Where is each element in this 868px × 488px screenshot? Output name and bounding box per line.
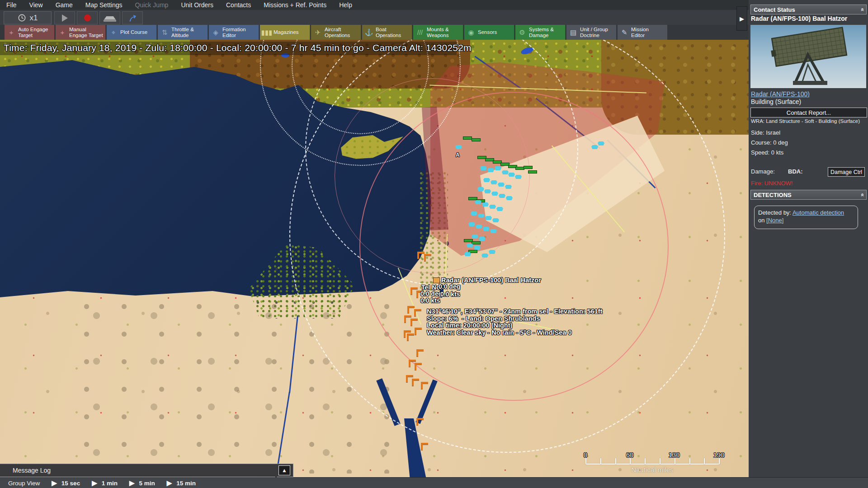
contact-ship-icon[interactable] [505,185,512,189]
detections-collapse-chevron-icon[interactable]: » [859,193,865,196]
toolbar-auto-engage-target[interactable]: +Auto EngageTarget [5,25,55,40]
contact-ship-icon[interactable] [481,253,488,258]
friendly-ground-unit-icon[interactable] [416,349,424,357]
facility-unit-icon[interactable] [528,170,537,174]
friendly-ground-unit-icon[interactable] [407,333,414,341]
menu-item-file[interactable]: File [0,1,23,9]
detection-method-link[interactable]: Automatic detection [793,209,844,216]
record-button[interactable] [77,11,98,24]
contact-ship-icon[interactable] [496,207,503,211]
contact-ship-icon[interactable] [489,205,496,209]
contact-status-header[interactable]: Contact Status » [750,5,867,14]
contact-ship-icon[interactable] [472,235,478,239]
toolbar-formation-editor[interactable]: ◈FormationEditor [209,25,259,40]
contact-ship-icon[interactable] [483,227,490,231]
time-step-arrow-icon[interactable]: ▶ [92,479,97,487]
contact-ship-icon[interactable] [482,202,489,206]
contact-ship-icon[interactable] [491,192,498,196]
contact-ship-icon[interactable] [476,225,482,229]
contact-ship-icon[interactable] [508,173,515,177]
time-step-arrow-icon[interactable]: ▶ [129,479,135,487]
contact-ship-icon[interactable] [478,214,485,218]
contact-type-link[interactable]: Radar (AN/FPS-100) [751,90,810,98]
contact-ship-icon[interactable] [474,246,481,250]
toolbar-boat-operations[interactable]: ⚓BoatOperations [362,25,412,40]
recorder-button[interactable] [99,11,120,24]
contact-ship-icon[interactable] [506,196,513,200]
contact-ship-icon[interactable] [487,168,494,172]
toolbar-plot-course[interactable]: ⌖Plot Course [107,25,157,40]
expand-panel-button[interactable]: ▶ [736,6,747,31]
contact-ship-icon[interactable] [485,216,492,220]
friendly-ground-unit-icon[interactable] [421,382,428,389]
contact-ship-icon[interactable] [491,180,497,184]
contact-ship-icon[interactable] [468,222,475,226]
menu-item-map-settings[interactable]: Map Settings [79,1,129,9]
message-log-expand-button[interactable]: ▲ [278,465,290,475]
toolbar-manual-engage-target[interactable]: +ManualEngage Target [56,25,106,40]
time-step-15-min[interactable]: 15 min [176,480,196,487]
contact-ship-icon[interactable] [467,244,473,248]
contact-ship-icon[interactable] [464,252,471,256]
collapse-chevron-icon[interactable]: » [859,8,865,11]
toolbar-systems-damage[interactable]: ⚙Systems &Damage [515,25,566,40]
friendly-ground-unit-icon[interactable] [410,319,418,326]
time-compression-control[interactable]: x1 [4,11,52,24]
message-log-bar[interactable]: Message Log ▲ [0,464,293,477]
contact-ship-icon[interactable] [471,211,477,216]
contact-ship-icon[interactable] [480,166,487,170]
contact-ship-icon[interactable] [490,229,497,233]
facility-unit-icon[interactable] [515,167,524,170]
time-step-5-min[interactable]: 5 min [139,480,155,487]
time-step-arrow-icon[interactable]: ▶ [167,479,172,487]
map-canvas[interactable]: A Time: Friday, January 18, 2019 - Zulu:… [0,40,749,488]
contact-ship-icon[interactable] [495,166,501,170]
friendly-ground-unit-icon[interactable] [412,379,419,386]
detection-sensor-link[interactable]: [None] [766,217,783,224]
contact-ship-icon[interactable] [498,183,505,187]
friendly-ground-unit-icon[interactable] [416,418,424,425]
time-step-1-min[interactable]: 1 min [102,480,118,487]
toolbar-aircraft-operations[interactable]: ✈AircraftOperations [311,25,361,40]
group-view-label[interactable]: Group View [8,480,40,487]
toolbar-unit-group-doctrine[interactable]: ▤Unit / GroupDoctrine [566,25,617,40]
time-step-arrow-icon[interactable]: ▶ [52,479,57,487]
contact-ship-icon[interactable] [455,145,462,149]
menu-item-unit-orders[interactable]: Unit Orders [175,1,220,9]
jump-button[interactable] [122,11,143,24]
friendly-ground-unit-icon[interactable] [415,328,422,335]
contact-ship-icon[interactable] [479,237,486,241]
time-step-15-sec[interactable]: 15 sec [61,480,80,487]
contact-ship-icon[interactable] [492,218,499,222]
friendly-ground-unit-icon[interactable] [424,254,431,261]
menu-item-contacts[interactable]: Contacts [220,1,257,9]
play-button[interactable] [54,11,75,24]
contact-ship-icon[interactable] [591,145,598,149]
contact-ship-icon[interactable] [499,194,505,198]
friendly-ground-unit-icon[interactable] [417,252,425,259]
contact-ship-icon[interactable] [515,175,522,179]
toolbar-mission-editor[interactable]: ✎MissionEditor [618,25,668,40]
facility-unit-icon[interactable] [472,241,481,244]
facility-unit-icon[interactable] [524,166,533,169]
contact-ship-icon[interactable] [477,187,484,191]
toolbar-sensors[interactable]: ◉Sensors [464,25,514,40]
menu-item-help[interactable]: Help [333,1,359,9]
menu-item-view[interactable]: View [23,1,49,9]
contact-ship-icon[interactable] [475,200,481,204]
contact-ship-icon[interactable] [484,189,491,193]
toolbar-magazines[interactable]: ▮▮▮Magazines [260,25,310,40]
menu-item-game[interactable]: Game [49,1,79,9]
damage-ctrl-button[interactable]: Damage Ctrl [828,167,865,177]
facility-unit-icon[interactable] [463,136,472,140]
contact-ship-icon[interactable] [598,141,604,145]
facility-unit-icon[interactable] [472,138,481,141]
friendly-ground-unit-icon[interactable] [407,306,415,313]
contact-report-button[interactable]: Contact Report... [750,108,867,117]
detections-header[interactable]: DETECTIONS » [750,190,867,200]
contact-ship-icon[interactable] [483,178,490,182]
friendly-ground-unit-icon[interactable] [421,443,428,450]
contact-ship-icon[interactable] [489,250,495,254]
contact-ship-icon[interactable] [502,170,509,174]
friendly-ground-unit-icon[interactable] [415,363,422,370]
